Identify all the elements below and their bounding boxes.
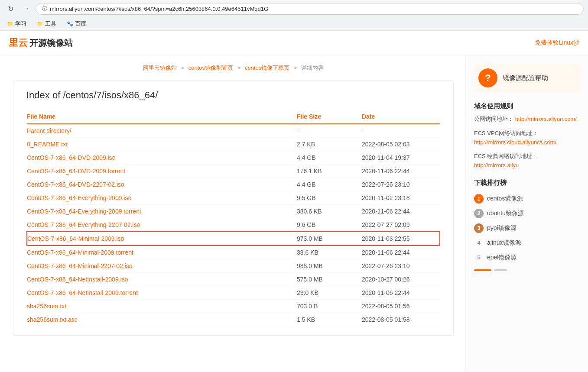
bookmark-gongju[interactable]: 📁 工具 xyxy=(34,19,59,29)
rank-badge: 2 xyxy=(474,209,484,218)
domain-label-1: 公网访问地址： xyxy=(474,116,513,122)
bookmark-label: 工具 xyxy=(45,20,56,28)
file-link[interactable]: CentOS-7-x86_64-Minimal-2207-02.iso xyxy=(27,262,133,269)
page-title: Index of /centos/7/isos/x86_64/ xyxy=(26,90,440,101)
address-bar[interactable]: ⓘ mirrors.aliyun.com/centos/7/isos/x86_6… xyxy=(36,3,584,15)
file-link[interactable]: CentOS-7-x86_64-Minimal-2009.torrent xyxy=(27,249,133,256)
table-row: CentOS-7-x86_64-DVD-2207-02.iso4.4 GB202… xyxy=(27,178,440,191)
sidebar-bottom-bar xyxy=(474,269,581,271)
file-date-cell: 2020-10-27 00:26 xyxy=(362,273,440,286)
file-link[interactable]: 0_README.txt xyxy=(27,141,68,148)
table-row: CentOS-7-x86_64-Minimal-2009.torrent38.6… xyxy=(27,246,440,259)
domain-link-3[interactable]: http://mirrors.aliyu xyxy=(474,162,519,168)
breadcrumb-sep-1: > xyxy=(181,65,186,71)
breadcrumb-sep-3: > xyxy=(294,65,299,71)
file-size-cell: 23.0 KB xyxy=(297,286,362,300)
back-button[interactable]: ↻ xyxy=(4,3,16,15)
folder-icon: 📁 xyxy=(7,21,13,27)
file-name-cell: CentOS-7-x86_64-DVD-2009.iso xyxy=(27,151,297,165)
file-date-cell: 2022-07-26 23:10 xyxy=(362,259,440,273)
file-link[interactable]: CentOS-7-x86_64-Minimal-2009.iso xyxy=(27,235,124,242)
table-row: CentOS-7-x86_64-DVD-2009.torrent176.1 KB… xyxy=(27,165,440,178)
file-name-cell: CentOS-7-x86_64-DVD-2009.torrent xyxy=(27,165,297,178)
file-date-cell: 2022-08-05 01:58 xyxy=(362,313,440,327)
file-link[interactable]: CentOS-7-x86_64-Everything-2207-02.iso xyxy=(27,221,140,228)
file-size-cell: 176.1 KB xyxy=(297,165,362,178)
bookmark-label: 百度 xyxy=(75,20,86,28)
file-name-cell: sha256sum.txt xyxy=(27,300,297,313)
file-link[interactable]: CentOS-7-x86_64-DVD-2009.iso xyxy=(27,154,116,161)
browser-chrome: ↻ → ⓘ mirrors.aliyun.com/centos/7/isos/x… xyxy=(0,0,588,31)
url-text: mirrors.aliyun.com/centos/7/isos/x86_64/… xyxy=(50,6,577,12)
file-date-cell: 2020-11-03 22:55 xyxy=(362,232,440,246)
rank-label: pypi镜像源 xyxy=(487,224,517,232)
security-icon: ⓘ xyxy=(42,5,47,13)
file-link[interactable]: sha256sum.txt.asc xyxy=(27,316,78,323)
breadcrumb-current: 详细内容 xyxy=(301,65,324,71)
domain-item-3: ECS 经典网络访问地址： http://mirrors.aliyu xyxy=(474,152,581,170)
col-header-date: Date xyxy=(362,110,440,124)
bar-seg-gray xyxy=(494,269,507,271)
table-row: sha256sum.txt703.0 B2022-08-05 01:56 xyxy=(27,300,440,313)
bookmarks-bar: 📁 学习 📁 工具 🐾 百度 xyxy=(0,17,588,31)
rank-badge: 4 xyxy=(474,238,484,248)
table-row: CentOS-7-x86_64-Everything-2207-02.iso9.… xyxy=(27,218,440,232)
breadcrumb-item-2[interactable]: centos镜像配置页 xyxy=(188,65,233,71)
file-size-cell: 9.6 GB xyxy=(297,218,362,232)
file-date-cell: 2022-07-26 23:10 xyxy=(362,178,440,191)
domain-item-1: 公网访问地址： http://mirrors.aliyun.com/ xyxy=(474,115,581,124)
content-area: 阿里云镜像站 > centos镜像配置页 > centos镜像下载页 > 详细内… xyxy=(0,55,467,372)
table-header-row: File Name File Size Date xyxy=(27,110,440,124)
rank-item: 3pypi镜像源 xyxy=(474,221,581,236)
rank-item: 5epel镜像源 xyxy=(474,250,581,265)
file-table: File Name File Size Date Parent director… xyxy=(26,110,440,327)
help-label: 镜像源配置帮助 xyxy=(503,74,548,82)
file-date-cell: 2022-08-05 02:03 xyxy=(362,138,440,151)
breadcrumb-item-1[interactable]: 阿里云镜像站 xyxy=(143,65,177,71)
rank-badge: 1 xyxy=(474,194,484,204)
file-size-cell: 38.6 KB xyxy=(297,246,362,259)
file-link[interactable]: CentOS-7-x86_64-Everything-2009.iso xyxy=(27,194,131,201)
table-row: CentOS-7-x86_64-Everything-2009.torrent3… xyxy=(27,205,440,218)
table-row: CentOS-7-x86_64-NetInstall-2009.iso575.0… xyxy=(27,273,440,286)
breadcrumb-item-3[interactable]: centos镜像下载页 xyxy=(245,65,289,71)
rank-label: centos镜像源 xyxy=(487,195,523,203)
file-date-cell: 2020-11-06 22:44 xyxy=(362,246,440,259)
table-row: sha256sum.txt.asc1.5 KB2022-08-05 01:58 xyxy=(27,313,440,327)
file-link[interactable]: CentOS-7-x86_64-DVD-2009.torrent xyxy=(27,168,125,175)
rank-item: 1centos镜像源 xyxy=(474,191,581,206)
folder-icon: 📁 xyxy=(37,21,43,27)
file-index: Index of /centos/7/isos/x86_64/ File Nam… xyxy=(13,81,454,336)
site-logo: 里云 开源镜像站 xyxy=(9,36,73,49)
rank-item: 2ubuntu镜像源 xyxy=(474,206,581,221)
file-size-cell: 703.0 B xyxy=(297,300,362,313)
domain-section: 域名使用规则 公网访问地址： http://mirrors.aliyun.com… xyxy=(474,102,581,170)
col-header-size: File Size xyxy=(297,110,362,124)
table-row: 0_README.txt2.7 KB2022-08-05 02:03 xyxy=(27,138,440,151)
file-name-cell: sha256sum.txt.asc xyxy=(27,313,297,327)
domain-link-1[interactable]: http://mirrors.aliyun.com/ xyxy=(515,116,577,122)
file-link[interactable]: CentOS-7-x86_64-NetInstall-2009.iso xyxy=(27,276,128,283)
forward-button[interactable]: → xyxy=(20,3,32,15)
domain-link-2[interactable]: http://mirrors.cloud.aliyuncs.com/ xyxy=(474,139,556,146)
file-link[interactable]: sha256sum.txt xyxy=(27,303,66,310)
file-link[interactable]: Parent directory/ xyxy=(27,127,71,134)
file-name-cell: CentOS-7-x86_64-Minimal-2009.torrent xyxy=(27,246,297,259)
file-name-cell: CentOS-7-x86_64-DVD-2207-02.iso xyxy=(27,178,297,191)
file-link[interactable]: CentOS-7-x86_64-DVD-2207-02.iso xyxy=(27,181,124,188)
table-row: CentOS-7-x86_64-DVD-2009.iso4.4 GB2020-1… xyxy=(27,151,440,165)
file-link[interactable]: CentOS-7-x86_64-NetInstall-2009.torrent xyxy=(27,289,138,296)
bookmark-baidu[interactable]: 🐾 百度 xyxy=(64,19,89,29)
file-link[interactable]: CentOS-7-x86_64-Everything-2009.torrent xyxy=(27,208,141,215)
file-name-cell: CentOS-7-x86_64-NetInstall-2009.iso xyxy=(27,273,297,286)
file-date-cell: - xyxy=(362,124,440,138)
bar-seg-orange xyxy=(474,269,491,271)
free-trial-link[interactable]: 免费体验Linux沙 xyxy=(535,39,579,46)
bookmark-xuexi[interactable]: 📁 学习 xyxy=(4,19,29,29)
sidebar: ? 镜像源配置帮助 域名使用规则 公网访问地址： http://mirrors.… xyxy=(467,55,588,372)
page-wrapper: 里云 开源镜像站 免费体验Linux沙 阿里云镜像站 > centos镜像配置页… xyxy=(0,31,588,372)
file-date-cell: 2022-08-05 01:56 xyxy=(362,300,440,313)
file-size-cell: 4.4 GB xyxy=(297,151,362,165)
file-size-cell: 1.5 KB xyxy=(297,313,362,327)
file-date-cell: 2020-11-02 23:18 xyxy=(362,191,440,205)
